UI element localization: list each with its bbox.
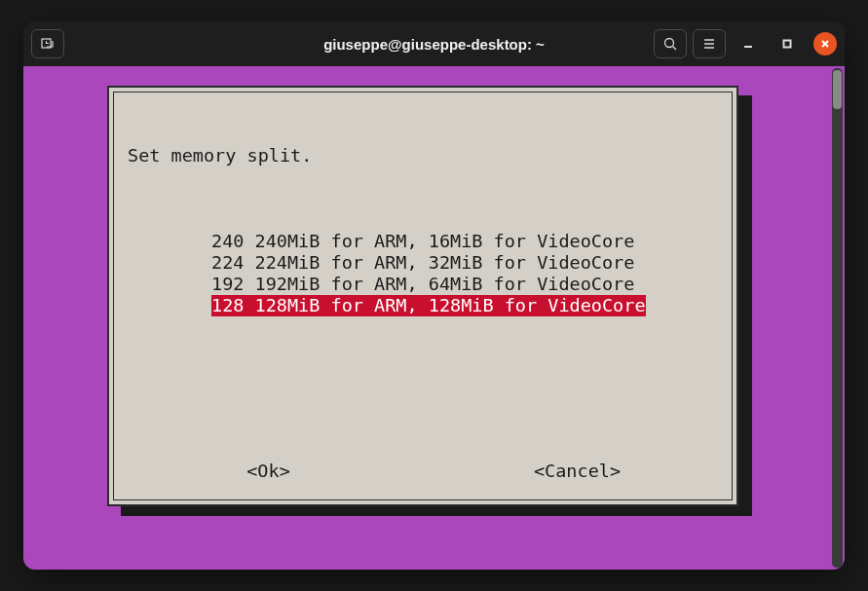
memory-option-240[interactable]: 240 240MiB for ARM, 16MiB for VideoCore [211, 231, 718, 252]
memory-option-128[interactable]: 128 128MiB for ARM, 128MiB for VideoCore [211, 295, 646, 316]
maximize-button[interactable] [771, 29, 804, 58]
hamburger-icon [701, 36, 717, 52]
titlebar: giuseppe@giuseppe-desktop: ~ [23, 21, 845, 66]
maximize-icon [781, 38, 793, 50]
search-icon [662, 36, 678, 52]
svg-line-2 [673, 47, 677, 51]
new-tab-button[interactable] [31, 29, 64, 58]
terminal-body: Set memory split. 240 240MiB for ARM, 16… [23, 66, 845, 570]
search-button[interactable] [654, 29, 687, 58]
option-list: 240 240MiB for ARM, 16MiB for VideoCore2… [211, 231, 718, 316]
terminal-window: giuseppe@giuseppe-desktop: ~ S [23, 21, 845, 570]
close-button[interactable] [813, 32, 837, 55]
dialog-buttons: <Ok> <Cancel> [114, 461, 732, 482]
new-tab-icon [40, 36, 56, 52]
close-icon [819, 38, 831, 50]
ok-button[interactable]: <Ok> [246, 461, 290, 481]
scrollbar[interactable] [832, 68, 843, 568]
minimize-button[interactable] [732, 29, 765, 58]
cancel-button[interactable]: <Cancel> [534, 461, 621, 481]
svg-point-1 [665, 39, 674, 48]
memory-option-192[interactable]: 192 192MiB for ARM, 64MiB for VideoCore [211, 274, 718, 295]
memory-option-224[interactable]: 224 224MiB for ARM, 32MiB for VideoCore [211, 252, 718, 274]
minimize-icon [742, 38, 754, 50]
menu-button[interactable] [693, 29, 726, 58]
memory-split-dialog: Set memory split. 240 240MiB for ARM, 16… [107, 86, 738, 506]
svg-rect-7 [784, 41, 791, 48]
scrollbar-thumb[interactable] [833, 70, 842, 109]
dialog-title: Set memory split. [128, 145, 718, 166]
